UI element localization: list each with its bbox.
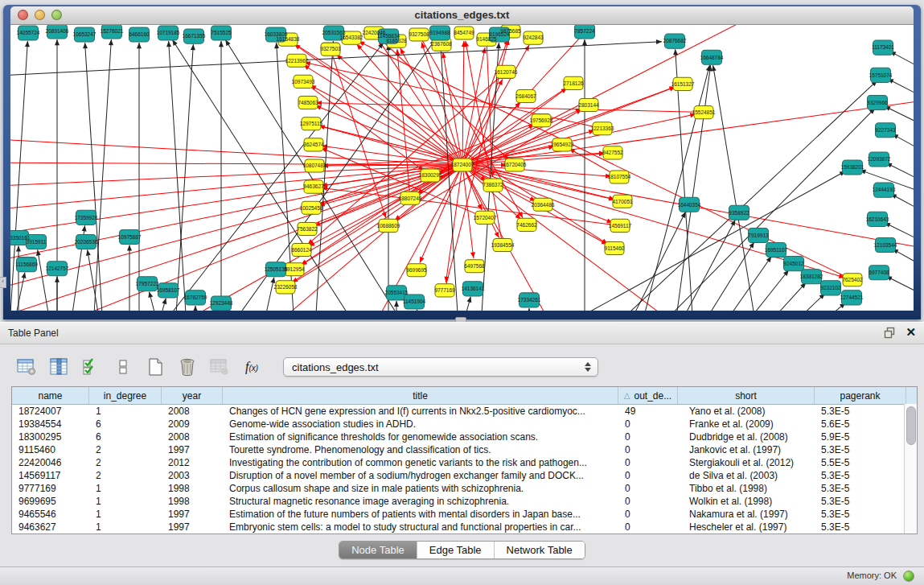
cell-title[interactable]: Structural magnetic resonance image aver… (223, 495, 618, 508)
cell-short[interactable]: Stergiakouli et al. (2012) (678, 456, 815, 469)
cell-short[interactable]: Hescheler et al. (1997) (678, 521, 815, 534)
cell-short[interactable]: Dudbridge et al. (2008) (678, 431, 815, 443)
cell-name[interactable]: 9777169 (12, 482, 89, 495)
cell-short[interactable]: Tibbo et al. (1998) (678, 482, 815, 495)
cell-year[interactable]: 2009 (162, 418, 223, 431)
cell-out_de[interactable]: 0 (618, 443, 678, 456)
column-header-pagerank[interactable]: pagerank (815, 387, 906, 404)
table-row[interactable]: 1938455462009Genome-wide association stu… (12, 418, 917, 431)
tab-edge-table[interactable]: Edge Table (417, 542, 495, 558)
cell-out_de[interactable]: 0 (618, 418, 678, 431)
cell-out_de[interactable]: 49 (618, 405, 678, 418)
cell-in_degree[interactable]: 1 (89, 521, 162, 534)
cell-title[interactable]: Estimation of the future numbers of pati… (223, 508, 618, 521)
cell-year[interactable]: 2003 (162, 469, 223, 482)
cell-pagerank[interactable]: 5.6E-5 (815, 418, 906, 431)
cell-year[interactable]: 1997 (162, 521, 223, 534)
cell-name[interactable]: 18300295 (12, 431, 89, 443)
cell-short[interactable]: Jankovic et al. (1997) (678, 443, 815, 456)
cell-title[interactable]: Tourette syndrome. Phenomenology and cla… (223, 443, 618, 456)
cell-in_degree[interactable]: 1 (89, 405, 162, 418)
column-header-out_de[interactable]: △out_de... (618, 387, 678, 404)
cell-title[interactable]: Changes of HCN gene expression and I(f) … (223, 405, 618, 418)
table-row[interactable]: 1830029562008Estimation of significance … (12, 431, 917, 443)
table-row[interactable]: 911546021997Tourette syndrome. Phenomeno… (12, 443, 917, 456)
cell-title[interactable]: Disruption of a novel member of a sodium… (223, 469, 618, 482)
cell-name[interactable]: 9115460 (12, 443, 89, 456)
cell-in_degree[interactable]: 1 (89, 508, 162, 521)
table-row[interactable]: 946554611997Estimation of the future num… (12, 508, 917, 521)
close-panel-icon[interactable]: ✕ (906, 326, 916, 339)
cell-pagerank[interactable]: 5.3E-5 (815, 521, 906, 534)
cell-short[interactable]: Franke et al. (2009) (678, 418, 815, 431)
cell-pagerank[interactable]: 5.3E-5 (815, 508, 906, 521)
new-table-button[interactable] (143, 356, 167, 378)
network-view-canvas[interactable]: 1872400716154838122139671097349374850631… (10, 25, 914, 311)
cell-name[interactable]: 9463627 (12, 521, 89, 534)
column-select-button[interactable] (47, 356, 71, 378)
cell-in_degree[interactable]: 1 (89, 495, 162, 508)
memory-ok-indicator[interactable] (903, 571, 914, 582)
tab-network-table[interactable]: Network Table (495, 542, 585, 558)
cell-year[interactable]: 2008 (162, 405, 223, 418)
table-row[interactable]: 977716911998Corpus callosum shape and si… (12, 482, 917, 495)
cell-short[interactable]: de Silva et al. (2003) (678, 469, 815, 482)
cell-in_degree[interactable]: 2 (89, 456, 162, 469)
cell-pagerank[interactable]: 5.5E-5 (815, 456, 906, 469)
cell-pagerank[interactable]: 5.3E-5 (815, 469, 906, 482)
cell-out_de[interactable]: 0 (618, 482, 678, 495)
clear-selection-button[interactable] (111, 356, 135, 378)
float-panel-icon[interactable] (884, 327, 896, 339)
cell-name[interactable]: 14569117 (12, 469, 89, 482)
function-builder-button[interactable]: f(x) (240, 356, 264, 378)
cell-name[interactable]: 18724007 (12, 405, 89, 418)
cell-in_degree[interactable]: 1 (89, 482, 162, 495)
cell-short[interactable]: Wolkin et al. (1998) (678, 495, 815, 508)
cell-year[interactable]: 1997 (162, 443, 223, 456)
cell-out_de[interactable]: 0 (618, 508, 678, 521)
cell-title[interactable]: Estimation of significance thresholds fo… (223, 431, 618, 443)
table-vertical-scrollbar[interactable] (904, 404, 917, 534)
delete-table-button[interactable] (207, 356, 232, 378)
table-row[interactable]: 946362711997Embryonic stem cells: a mode… (12, 521, 917, 534)
cell-pagerank[interactable]: 5.9E-5 (815, 431, 906, 443)
table-selector-dropdown[interactable]: citations_edges.txt (283, 357, 598, 377)
cell-out_de[interactable]: 0 (618, 456, 678, 469)
cell-pagerank[interactable]: 5.3E-5 (815, 495, 906, 508)
column-header-in_degree[interactable]: in_degree (89, 387, 162, 404)
column-header-short[interactable]: short (678, 387, 815, 404)
cell-year[interactable]: 1997 (162, 508, 223, 521)
cell-title[interactable]: Corpus callosum shape and size in male p… (223, 482, 618, 495)
cell-short[interactable]: Nakamura et al. (1997) (678, 508, 815, 521)
table-row[interactable]: 969969511998Structural magnetic resonanc… (12, 495, 917, 508)
cell-out_de[interactable]: 0 (618, 469, 678, 482)
table-row[interactable]: 1456911722003Disruption of a novel membe… (12, 469, 917, 482)
table-panel-titlebar[interactable]: Table Panel ✕ (0, 322, 924, 344)
table-row[interactable]: 2242004622012Investigating the contribut… (12, 456, 917, 469)
cell-name[interactable]: 22420046 (12, 456, 89, 469)
tab-node-table[interactable]: Node Table (339, 542, 417, 558)
table-row[interactable]: 1872400712008Changes of HCN gene express… (12, 405, 917, 418)
cell-year[interactable]: 2008 (162, 431, 223, 443)
select-columns-button[interactable] (79, 356, 103, 378)
column-header-year[interactable]: year (162, 387, 223, 404)
column-header-name[interactable]: name (12, 387, 89, 404)
cell-pagerank[interactable]: 5.3E-5 (815, 482, 906, 495)
cell-year[interactable]: 1998 (162, 482, 223, 495)
cell-pagerank[interactable]: 5.3E-5 (815, 405, 906, 418)
cell-in_degree[interactable]: 2 (89, 443, 162, 456)
delete-button[interactable] (175, 356, 199, 378)
cell-year[interactable]: 2012 (162, 456, 223, 469)
table-settings-button[interactable] (14, 356, 39, 378)
cell-out_de[interactable]: 0 (618, 521, 678, 534)
cell-name[interactable]: 9465546 (12, 508, 89, 521)
cell-short[interactable]: Yano et al. (2008) (678, 405, 815, 418)
scrollbar-thumb[interactable] (906, 406, 916, 445)
cell-year[interactable]: 1998 (162, 495, 223, 508)
cell-out_de[interactable]: 0 (618, 495, 678, 508)
cell-title[interactable]: Investigating the contribution of common… (223, 456, 618, 469)
cell-name[interactable]: 9699695 (12, 495, 89, 508)
panel-edge-handle[interactable]: ‹ (0, 277, 6, 288)
cell-in_degree[interactable]: 6 (89, 418, 162, 431)
cell-title[interactable]: Genome-wide association studies in ADHD. (223, 418, 618, 431)
